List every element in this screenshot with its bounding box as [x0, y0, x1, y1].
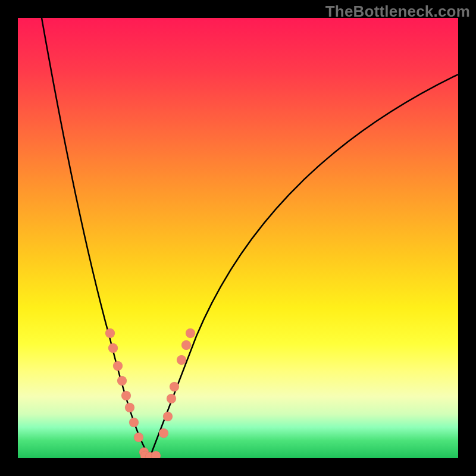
data-point — [167, 394, 176, 403]
data-point — [170, 382, 179, 392]
data-point — [117, 376, 127, 386]
chart-stage: TheBottleneck.com — [0, 0, 476, 476]
data-point — [181, 340, 191, 350]
data-point — [163, 412, 173, 421]
data-point — [108, 343, 118, 353]
data-point — [105, 328, 115, 338]
data-point — [113, 361, 123, 371]
data-point — [159, 428, 168, 438]
data-point — [177, 355, 186, 365]
chart-dots — [105, 328, 195, 458]
data-point — [121, 391, 131, 400]
data-point — [186, 328, 195, 338]
data-point — [125, 403, 134, 412]
curve-left — [42, 18, 150, 457]
chart-svg — [18, 18, 458, 458]
data-point — [129, 418, 139, 427]
chart-plot-area — [18, 18, 458, 458]
watermark-text: TheBottleneck.com — [325, 2, 470, 21]
curve-right — [150, 74, 458, 457]
data-point — [134, 433, 143, 442]
